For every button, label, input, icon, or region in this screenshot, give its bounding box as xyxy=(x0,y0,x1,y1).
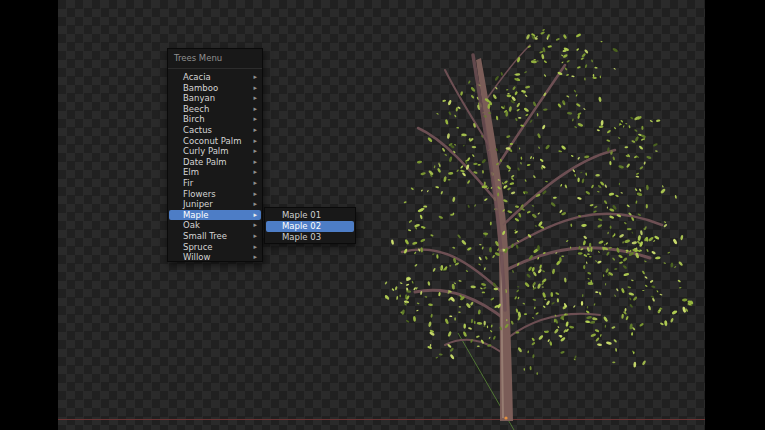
menu-item-label: Elm xyxy=(183,167,199,177)
submenu-item-label: Maple 02 xyxy=(282,221,321,231)
menu-item-label: Cactus xyxy=(183,125,212,135)
menu-item-juniper[interactable]: Juniper▸ xyxy=(169,199,261,210)
menu-item-label: Fir xyxy=(183,178,193,188)
submenu-arrow-icon: ▸ xyxy=(253,136,257,147)
tree-branch xyxy=(445,340,505,355)
menu-item-acacia[interactable]: Acacia▸ xyxy=(169,72,261,83)
menu-item-bamboo[interactable]: Bamboo▸ xyxy=(169,83,261,94)
submenu-arrow-icon: ▸ xyxy=(253,114,257,125)
tree-foliage xyxy=(384,29,694,375)
menu-item-label: Curly Palm xyxy=(183,146,229,156)
submenu-arrow-icon: ▸ xyxy=(253,72,257,83)
menu-item-label: Date Palm xyxy=(183,157,227,167)
letterbox-right xyxy=(705,0,765,430)
submenu-arrow-icon: ▸ xyxy=(253,220,257,231)
menu-item-willow[interactable]: Willow▸ xyxy=(169,252,261,263)
menu-item-label: Coconut Palm xyxy=(183,136,241,146)
submenu-arrow-icon: ▸ xyxy=(253,157,257,168)
menu-item-label: Juniper xyxy=(183,199,213,209)
menu-item-fir[interactable]: Fir▸ xyxy=(169,178,261,189)
menu-item-label: Banyan xyxy=(183,93,215,103)
submenu-arrow-icon: ▸ xyxy=(253,189,257,200)
menu-item-label: Willow xyxy=(183,252,210,262)
menu-item-label: Bamboo xyxy=(183,83,218,93)
submenu-item-maple-01[interactable]: Maple 01 xyxy=(266,210,354,221)
menu-item-label: Oak xyxy=(183,220,200,230)
menu-item-spruce[interactable]: Spruce▸ xyxy=(169,242,261,253)
screen: Trees Menu Acacia▸Bamboo▸Banyan▸Beech▸Bi… xyxy=(0,0,765,430)
menu-item-label: Spruce xyxy=(183,242,213,252)
trees-menu: Trees Menu Acacia▸Bamboo▸Banyan▸Beech▸Bi… xyxy=(167,48,263,262)
submenu-item-maple-02[interactable]: Maple 02 xyxy=(266,221,354,232)
viewport-svg xyxy=(58,0,705,430)
submenu-arrow-icon: ▸ xyxy=(253,146,257,157)
menu-item-label: Birch xyxy=(183,114,205,124)
trees-menu-items: Acacia▸Bamboo▸Banyan▸Beech▸Birch▸Cactus▸… xyxy=(168,72,262,263)
submenu-item-maple-03[interactable]: Maple 03 xyxy=(266,232,354,243)
menu-item-label: Acacia xyxy=(183,72,211,82)
menu-item-label: Small Tree xyxy=(183,231,227,241)
submenu-arrow-icon: ▸ xyxy=(253,125,257,136)
letterbox-left xyxy=(0,0,58,430)
submenu-arrow-icon: ▸ xyxy=(253,93,257,104)
submenu-arrow-icon: ▸ xyxy=(253,199,257,210)
maple-submenu: Maple 01Maple 02Maple 03 xyxy=(264,207,356,244)
menu-item-label: Flowers xyxy=(183,189,216,199)
menu-item-flowers[interactable]: Flowers▸ xyxy=(169,189,261,200)
submenu-item-label: Maple 01 xyxy=(282,210,321,220)
submenu-arrow-icon: ▸ xyxy=(253,83,257,94)
menu-item-curly-palm[interactable]: Curly Palm▸ xyxy=(169,146,261,157)
menu-item-cactus[interactable]: Cactus▸ xyxy=(169,125,261,136)
menu-item-small-tree[interactable]: Small Tree▸ xyxy=(169,231,261,242)
submenu-arrow-icon: ▸ xyxy=(253,167,257,178)
menu-item-birch[interactable]: Birch▸ xyxy=(169,114,261,125)
object-origin-dot xyxy=(504,416,507,419)
menu-item-beech[interactable]: Beech▸ xyxy=(169,104,261,115)
submenu-arrow-icon: ▸ xyxy=(253,252,257,263)
3d-viewport[interactable] xyxy=(58,0,705,430)
submenu-item-label: Maple 03 xyxy=(282,232,321,242)
menu-item-label: Beech xyxy=(183,104,209,114)
menu-item-coconut-palm[interactable]: Coconut Palm▸ xyxy=(169,136,261,147)
submenu-arrow-icon: ▸ xyxy=(253,210,257,221)
menu-item-banyan[interactable]: Banyan▸ xyxy=(169,93,261,104)
submenu-arrow-icon: ▸ xyxy=(253,231,257,242)
menu-item-date-palm[interactable]: Date Palm▸ xyxy=(169,157,261,168)
menu-item-label: Maple xyxy=(183,210,209,220)
maple-submenu-items: Maple 01Maple 02Maple 03 xyxy=(265,210,355,243)
submenu-arrow-icon: ▸ xyxy=(253,104,257,115)
menu-item-maple[interactable]: Maple▸ xyxy=(169,210,261,221)
tree-branch xyxy=(495,65,565,170)
menu-item-elm[interactable]: Elm▸ xyxy=(169,167,261,178)
submenu-arrow-icon: ▸ xyxy=(253,242,257,253)
submenu-arrow-icon: ▸ xyxy=(253,178,257,189)
menu-item-oak[interactable]: Oak▸ xyxy=(169,220,261,231)
trees-menu-title: Trees Menu xyxy=(168,49,262,69)
